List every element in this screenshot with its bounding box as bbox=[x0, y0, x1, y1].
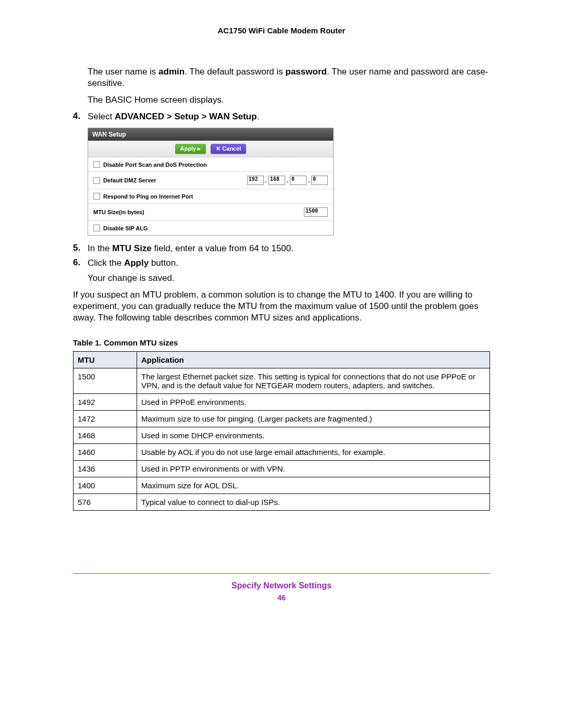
text: The user name is bbox=[88, 67, 158, 77]
text: . The default password is bbox=[185, 67, 285, 77]
cell-application: Maximum size to use for pinging. (Larger… bbox=[137, 410, 490, 427]
mtu-explanation: If you suspect an MTU problem, a common … bbox=[73, 289, 490, 324]
mtu-table: MTU Application 1500The largest Ethernet… bbox=[73, 351, 490, 511]
nav-path: ADVANCED > Setup > WAN Setup bbox=[115, 112, 257, 121]
table-row: 1436Used in PPTP environments or with VP… bbox=[74, 460, 490, 477]
cell-application: Typical value to connect to dial-up ISPs… bbox=[137, 493, 490, 510]
cell-application: Usable by AOL if you do not use large em… bbox=[137, 443, 490, 460]
cell-mtu: 1460 bbox=[74, 443, 137, 460]
text: button. bbox=[149, 258, 178, 268]
row-mtu-size: MTU Size(in bytes) 1500 bbox=[88, 204, 333, 221]
cell-application: Used in PPTP environments or with VPN. bbox=[137, 460, 490, 477]
ip-octet-4[interactable]: 0 bbox=[311, 176, 328, 185]
cell-mtu: 576 bbox=[74, 493, 137, 510]
step-number: 6. bbox=[73, 257, 88, 269]
row-disable-sip-alg: Disable SIP ALG bbox=[88, 221, 333, 235]
checkbox-default-dmz[interactable] bbox=[93, 177, 100, 184]
step-6: 6. Click the Apply button. bbox=[73, 257, 490, 269]
intro-paragraph-1: The user name is admin. The default pass… bbox=[88, 66, 490, 89]
footer-page-number: 46 bbox=[73, 594, 490, 602]
text-password: password bbox=[286, 67, 327, 77]
table-row: 576Typical value to connect to dial-up I… bbox=[74, 493, 490, 510]
ip-octet-2[interactable]: 168 bbox=[268, 176, 285, 185]
checkbox-respond-ping[interactable] bbox=[93, 193, 100, 200]
cell-mtu: 1500 bbox=[74, 368, 137, 393]
step-4: 4. Select ADVANCED > Setup > WAN Setup. bbox=[73, 111, 490, 122]
wan-setup-panel: WAN Setup Apply ▸ ✕ Cancel Disable Port … bbox=[88, 128, 334, 236]
table-row: 1492Used in PPPoE environments. bbox=[74, 393, 490, 410]
checkbox-disable-sip-alg[interactable] bbox=[93, 225, 100, 231]
label: Disable SIP ALG bbox=[103, 225, 148, 231]
table-row: 1460Usable by AOL if you do not use larg… bbox=[74, 443, 490, 460]
cell-application: Maximum size for AOL DSL. bbox=[137, 477, 490, 493]
cell-mtu: 1468 bbox=[74, 427, 137, 443]
footer-section-title: Specify Network Settings bbox=[73, 581, 490, 590]
field-name: MTU Size bbox=[112, 243, 152, 253]
mtu-size-input[interactable]: 1500 bbox=[304, 207, 328, 217]
cell-mtu: 1492 bbox=[74, 393, 137, 410]
row-disable-portscan: Disable Port Scan and DoS Protection bbox=[88, 157, 333, 172]
table-row: 1500The largest Ethernet packet size. Th… bbox=[74, 368, 490, 393]
intro-paragraph-2: The BASIC Home screen displays. bbox=[88, 94, 490, 106]
text: In the bbox=[88, 243, 112, 253]
dot: . bbox=[308, 177, 310, 183]
table-row: 1472Maximum size to use for pinging. (La… bbox=[74, 410, 490, 427]
col-header-application: Application bbox=[137, 351, 490, 368]
ip-octet-1[interactable]: 192 bbox=[247, 176, 264, 185]
table-row: 1400Maximum size for AOL DSL. bbox=[74, 477, 490, 493]
dot: . bbox=[265, 177, 267, 183]
label: Respond to Ping on Internet Port bbox=[103, 193, 193, 200]
text: Click the bbox=[88, 258, 124, 268]
cell-application: Used in some DHCP environments. bbox=[137, 427, 490, 443]
document-title: AC1750 WiFi Cable Modem Router bbox=[73, 26, 490, 35]
step-5: 5. In the MTU Size field, enter a value … bbox=[73, 243, 490, 254]
checkbox-disable-portscan[interactable] bbox=[93, 161, 100, 168]
step-number: 4. bbox=[73, 111, 88, 122]
ip-octet-3[interactable]: 0 bbox=[290, 176, 307, 185]
text: . bbox=[257, 112, 260, 121]
wan-button-bar: Apply ▸ ✕ Cancel bbox=[88, 141, 333, 157]
table-caption: Table 1. Common MTU sizes bbox=[73, 338, 490, 347]
table-row: 1468Used in some DHCP environments. bbox=[74, 427, 490, 443]
apply-button[interactable]: Apply ▸ bbox=[175, 144, 206, 154]
text: field, enter a value from 64 to 1500. bbox=[152, 243, 293, 253]
wan-panel-title: WAN Setup bbox=[88, 128, 333, 141]
col-header-mtu: MTU bbox=[74, 351, 137, 368]
dmz-ip-input: 192. 168. 0. 0 bbox=[247, 176, 328, 185]
row-default-dmz: Default DMZ Server 192. 168. 0. 0 bbox=[88, 172, 333, 189]
button-name: Apply bbox=[124, 258, 149, 268]
text: Select bbox=[88, 112, 115, 121]
cell-application: Used in PPPoE environments. bbox=[137, 393, 490, 410]
cancel-button[interactable]: ✕ Cancel bbox=[211, 144, 246, 154]
cell-mtu: 1436 bbox=[74, 460, 137, 477]
text-admin: admin bbox=[158, 67, 185, 77]
step-6-result: Your change is saved. bbox=[88, 273, 490, 284]
label: Default DMZ Server bbox=[103, 177, 156, 183]
step-number: 5. bbox=[73, 243, 88, 254]
cell-mtu: 1400 bbox=[74, 477, 137, 493]
cell-application: The largest Ethernet packet size. This s… bbox=[137, 368, 490, 393]
label: Disable Port Scan and DoS Protection bbox=[103, 162, 207, 168]
row-respond-ping: Respond to Ping on Internet Port bbox=[88, 189, 333, 204]
label: MTU Size(in bytes) bbox=[93, 209, 144, 215]
cell-mtu: 1472 bbox=[74, 410, 137, 427]
page-footer: Specify Network Settings 46 bbox=[73, 573, 490, 602]
dot: . bbox=[286, 177, 289, 183]
